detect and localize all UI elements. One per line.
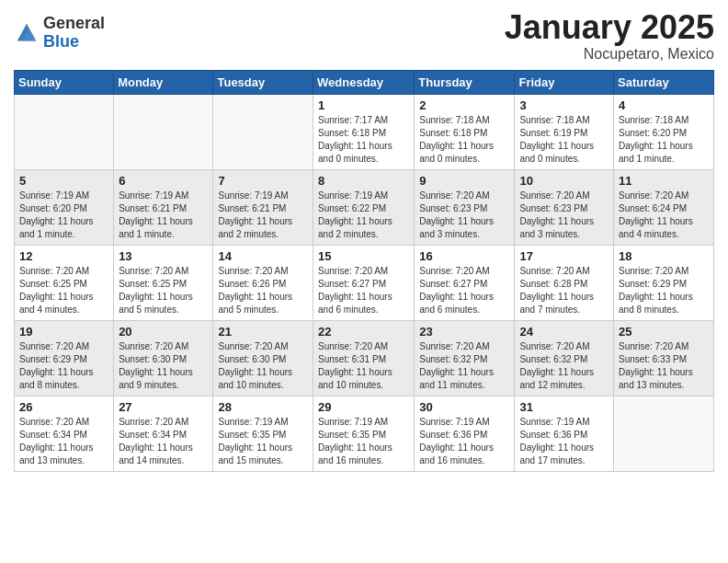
day-number: 18 [619, 249, 709, 263]
calendar-cell: 20Sunrise: 7:20 AM Sunset: 6:30 PM Dayli… [114, 320, 213, 396]
day-info: Sunrise: 7:20 AM Sunset: 6:26 PM Dayligh… [218, 265, 308, 316]
day-info: Sunrise: 7:18 AM Sunset: 6:20 PM Dayligh… [619, 114, 709, 166]
day-info: Sunrise: 7:18 AM Sunset: 6:18 PM Dayligh… [419, 114, 509, 166]
page: General Blue January 2025 Nocupetaro, Me… [0, 0, 728, 563]
day-number: 10 [519, 174, 609, 188]
day-info: Sunrise: 7:20 AM Sunset: 6:34 PM Dayligh… [119, 416, 208, 467]
calendar-cell: 18Sunrise: 7:20 AM Sunset: 6:29 PM Dayli… [614, 245, 714, 320]
calendar-cell: 8Sunrise: 7:19 AM Sunset: 6:22 PM Daylig… [313, 169, 415, 245]
header-thursday: Thursday [415, 70, 515, 94]
logo-text: General Blue [43, 15, 105, 52]
day-number: 16 [419, 249, 509, 263]
day-number: 8 [318, 174, 409, 188]
day-info: Sunrise: 7:20 AM Sunset: 6:23 PM Dayligh… [419, 190, 509, 241]
calendar-week-4: 19Sunrise: 7:20 AM Sunset: 6:29 PM Dayli… [15, 320, 714, 396]
day-info: Sunrise: 7:20 AM Sunset: 6:30 PM Dayligh… [218, 340, 308, 392]
day-info: Sunrise: 7:19 AM Sunset: 6:22 PM Dayligh… [318, 190, 409, 241]
day-info: Sunrise: 7:20 AM Sunset: 6:25 PM Dayligh… [119, 265, 208, 316]
logo: General Blue [14, 15, 105, 52]
calendar-cell: 16Sunrise: 7:20 AM Sunset: 6:27 PM Dayli… [415, 245, 515, 320]
calendar-cell [614, 396, 714, 471]
day-info: Sunrise: 7:20 AM Sunset: 6:25 PM Dayligh… [19, 265, 108, 316]
calendar-cell [15, 94, 114, 169]
day-info: Sunrise: 7:17 AM Sunset: 6:18 PM Dayligh… [318, 114, 409, 166]
day-number: 22 [318, 325, 409, 339]
day-number: 19 [19, 325, 108, 339]
calendar-cell: 6Sunrise: 7:19 AM Sunset: 6:21 PM Daylig… [114, 169, 213, 245]
calendar-cell: 3Sunrise: 7:18 AM Sunset: 6:19 PM Daylig… [515, 94, 614, 169]
calendar-cell: 9Sunrise: 7:20 AM Sunset: 6:23 PM Daylig… [415, 169, 515, 245]
day-info: Sunrise: 7:20 AM Sunset: 6:27 PM Dayligh… [419, 265, 509, 316]
day-number: 4 [619, 98, 709, 112]
day-info: Sunrise: 7:19 AM Sunset: 6:21 PM Dayligh… [119, 190, 208, 241]
day-number: 15 [318, 249, 409, 263]
calendar-week-3: 12Sunrise: 7:20 AM Sunset: 6:25 PM Dayli… [15, 245, 714, 320]
day-info: Sunrise: 7:20 AM Sunset: 6:24 PM Dayligh… [619, 190, 709, 241]
day-number: 24 [519, 325, 609, 339]
day-number: 20 [119, 325, 208, 339]
header-tuesday: Tuesday [213, 70, 313, 94]
day-info: Sunrise: 7:19 AM Sunset: 6:35 PM Dayligh… [318, 416, 409, 467]
header-saturday: Saturday [614, 70, 714, 94]
calendar-cell: 28Sunrise: 7:19 AM Sunset: 6:35 PM Dayli… [213, 396, 313, 471]
day-info: Sunrise: 7:20 AM Sunset: 6:32 PM Dayligh… [419, 340, 509, 392]
day-info: Sunrise: 7:19 AM Sunset: 6:21 PM Dayligh… [218, 190, 308, 241]
day-number: 21 [218, 325, 308, 339]
calendar-cell: 24Sunrise: 7:20 AM Sunset: 6:32 PM Dayli… [515, 320, 614, 396]
day-number: 3 [519, 98, 609, 112]
calendar: Sunday Monday Tuesday Wednesday Thursday… [14, 70, 714, 472]
logo-icon [14, 20, 40, 46]
day-number: 30 [419, 400, 509, 414]
day-number: 25 [619, 325, 709, 339]
day-info: Sunrise: 7:20 AM Sunset: 6:30 PM Dayligh… [119, 340, 208, 392]
day-info: Sunrise: 7:20 AM Sunset: 6:31 PM Dayligh… [318, 340, 409, 392]
calendar-cell: 23Sunrise: 7:20 AM Sunset: 6:32 PM Dayli… [415, 320, 515, 396]
calendar-cell: 17Sunrise: 7:20 AM Sunset: 6:28 PM Dayli… [515, 245, 614, 320]
month-title: January 2025 [505, 9, 714, 46]
calendar-cell: 14Sunrise: 7:20 AM Sunset: 6:26 PM Dayli… [213, 245, 313, 320]
day-info: Sunrise: 7:19 AM Sunset: 6:36 PM Dayligh… [519, 416, 609, 467]
day-info: Sunrise: 7:20 AM Sunset: 6:29 PM Dayligh… [619, 265, 709, 316]
logo-blue-text: Blue [43, 33, 105, 52]
day-info: Sunrise: 7:19 AM Sunset: 6:35 PM Dayligh… [218, 416, 308, 467]
calendar-cell: 11Sunrise: 7:20 AM Sunset: 6:24 PM Dayli… [614, 169, 714, 245]
day-number: 7 [218, 174, 308, 188]
calendar-cell: 10Sunrise: 7:20 AM Sunset: 6:23 PM Dayli… [515, 169, 614, 245]
day-number: 2 [419, 98, 509, 112]
day-number: 1 [318, 98, 409, 112]
day-number: 23 [419, 325, 509, 339]
day-info: Sunrise: 7:20 AM Sunset: 6:23 PM Dayligh… [519, 190, 609, 241]
calendar-cell: 26Sunrise: 7:20 AM Sunset: 6:34 PM Dayli… [15, 396, 114, 471]
day-info: Sunrise: 7:20 AM Sunset: 6:29 PM Dayligh… [19, 340, 108, 392]
calendar-cell: 5Sunrise: 7:19 AM Sunset: 6:20 PM Daylig… [15, 169, 114, 245]
day-info: Sunrise: 7:19 AM Sunset: 6:36 PM Dayligh… [419, 416, 509, 467]
day-number: 14 [218, 249, 308, 263]
location: Nocupetaro, Mexico [505, 46, 714, 63]
calendar-cell: 19Sunrise: 7:20 AM Sunset: 6:29 PM Dayli… [15, 320, 114, 396]
day-number: 6 [119, 174, 208, 188]
calendar-cell [114, 94, 213, 169]
calendar-cell: 2Sunrise: 7:18 AM Sunset: 6:18 PM Daylig… [415, 94, 515, 169]
day-info: Sunrise: 7:19 AM Sunset: 6:20 PM Dayligh… [19, 190, 108, 241]
calendar-cell: 29Sunrise: 7:19 AM Sunset: 6:35 PM Dayli… [313, 396, 415, 471]
day-number: 28 [218, 400, 308, 414]
day-info: Sunrise: 7:20 AM Sunset: 6:28 PM Dayligh… [519, 265, 609, 316]
calendar-cell: 31Sunrise: 7:19 AM Sunset: 6:36 PM Dayli… [515, 396, 614, 471]
calendar-cell: 1Sunrise: 7:17 AM Sunset: 6:18 PM Daylig… [313, 94, 415, 169]
calendar-week-5: 26Sunrise: 7:20 AM Sunset: 6:34 PM Dayli… [15, 396, 714, 471]
logo-general-text: General [43, 15, 105, 33]
header: General Blue January 2025 Nocupetaro, Me… [14, 9, 714, 63]
title-block: January 2025 Nocupetaro, Mexico [505, 9, 714, 63]
header-wednesday: Wednesday [313, 70, 415, 94]
calendar-cell: 27Sunrise: 7:20 AM Sunset: 6:34 PM Dayli… [114, 396, 213, 471]
day-info: Sunrise: 7:20 AM Sunset: 6:34 PM Dayligh… [19, 416, 108, 467]
calendar-cell: 4Sunrise: 7:18 AM Sunset: 6:20 PM Daylig… [614, 94, 714, 169]
day-number: 29 [318, 400, 409, 414]
header-monday: Monday [114, 70, 213, 94]
calendar-week-1: 1Sunrise: 7:17 AM Sunset: 6:18 PM Daylig… [15, 94, 714, 169]
day-number: 27 [119, 400, 208, 414]
calendar-cell [213, 94, 313, 169]
calendar-cell: 12Sunrise: 7:20 AM Sunset: 6:25 PM Dayli… [15, 245, 114, 320]
day-info: Sunrise: 7:20 AM Sunset: 6:27 PM Dayligh… [318, 265, 409, 316]
header-sunday: Sunday [15, 70, 114, 94]
